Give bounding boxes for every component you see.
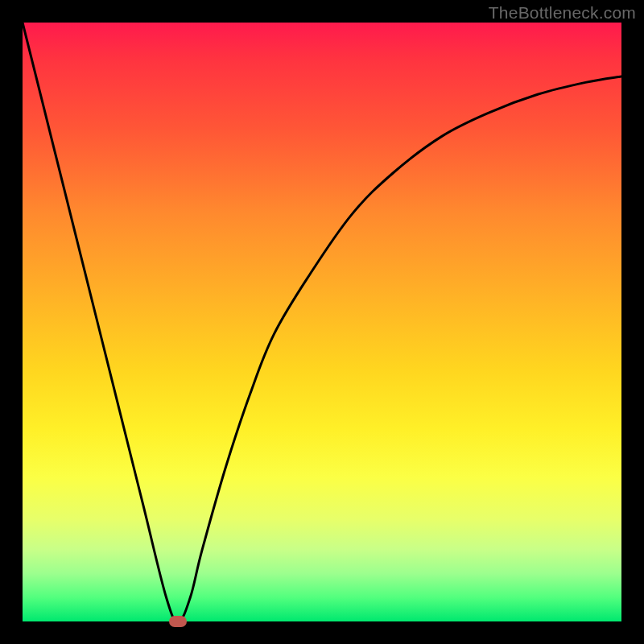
watermark-text: TheBottleneck.com [489, 3, 636, 23]
chart-frame: TheBottleneck.com [0, 0, 644, 644]
vertex-marker [169, 616, 187, 627]
bottleneck-curve [23, 23, 621, 621]
plot-area [23, 23, 621, 621]
